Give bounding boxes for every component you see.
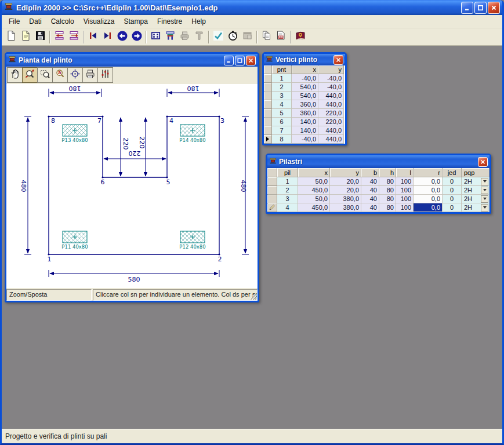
pqp-cell[interactable]: 2H: [462, 195, 490, 203]
display-options-button[interactable]: [97, 67, 113, 83]
table-row: 7140,0440,0: [264, 126, 345, 135]
last-record-icon: [102, 30, 113, 43]
table-row: 8-40,0440,0: [264, 135, 345, 144]
chevron-down-icon: [483, 189, 487, 191]
new-file-button[interactable]: [4, 30, 19, 44]
pqp-dropdown-button[interactable]: [481, 187, 488, 194]
plan-canvas[interactable]: 180 180 480 480 220 220 220 580 8 7 4: [6, 84, 258, 288]
pilastri-window-icon: [269, 156, 277, 167]
vertici-window-icon: [266, 54, 273, 65]
open-file-button[interactable]: [19, 30, 33, 44]
zoom-window-tool-button[interactable]: [37, 67, 53, 83]
selected-cell[interactable]: 0,0: [414, 203, 443, 212]
pianta-titlebar[interactable]: Pianta del plinto: [6, 54, 258, 67]
center-view-tool-button[interactable]: [67, 67, 83, 83]
table-row: 1-40,0-40,0: [264, 74, 345, 83]
menu-visualizza[interactable]: Visualizza: [79, 16, 119, 27]
table-view-2-button[interactable]: [67, 30, 81, 44]
print-button-disabled[interactable]: [177, 30, 192, 44]
pilastri-titlebar[interactable]: Pilastri: [267, 155, 490, 168]
report-button[interactable]: [274, 30, 288, 44]
table-row: 3540,0440,0: [264, 92, 345, 100]
pqp-cell[interactable]: 2H: [462, 186, 490, 195]
pqp-dropdown-button[interactable]: [481, 204, 488, 211]
chevron-down-icon: [483, 180, 487, 183]
help-button[interactable]: [293, 30, 307, 44]
svg-text:180: 180: [69, 85, 81, 92]
svg-text:P11 40x80: P11 40x80: [61, 244, 88, 250]
vertici-close-button[interactable]: [333, 55, 343, 65]
zoom-pan-tool-button[interactable]: [22, 67, 38, 83]
menu-help[interactable]: Help: [187, 16, 211, 27]
pianta-window: Pianta del plinto a: [5, 52, 259, 302]
zoom-all-tool-button[interactable]: a: [52, 67, 68, 83]
table-row: 3 50,0 380,0 40 80 100 0,0 0 2H: [267, 195, 490, 203]
table-view-1-button[interactable]: [52, 30, 67, 44]
svg-text:P13 40x80: P13 40x80: [61, 137, 88, 143]
next-view-button[interactable]: [129, 30, 144, 44]
pianta-maximize-button[interactable]: [235, 56, 245, 65]
pan-tool-button[interactable]: [7, 67, 23, 83]
svg-text:1: 1: [48, 256, 52, 263]
verify-button[interactable]: [211, 30, 226, 44]
stopwatch-icon: [227, 30, 238, 43]
first-record-button[interactable]: [86, 30, 100, 44]
svg-text:3: 3: [220, 117, 224, 125]
minimize-button[interactable]: [461, 2, 473, 14]
main-titlebar[interactable]: Ediplin 2000 >> C:\Src++\Ediplin 1.00\Da…: [2, 0, 502, 15]
menu-calcolo[interactable]: Calcolo: [46, 16, 79, 27]
resize-grip[interactable]: [250, 293, 256, 300]
window-layout-button-disabled[interactable]: [240, 30, 255, 44]
zoom-window-icon: [39, 68, 50, 82]
col-header-pqp: pqp: [462, 168, 490, 177]
save-button[interactable]: [33, 30, 48, 44]
menu-file[interactable]: File: [4, 16, 24, 27]
pillars: P13 40x80 P14 40x80 P11 40x80 P12 40x80: [61, 125, 205, 250]
save-icon: [35, 30, 46, 43]
col-header-y: y: [318, 65, 344, 74]
prev-view-button[interactable]: [115, 30, 129, 44]
menu-finestre[interactable]: Finestre: [153, 16, 187, 27]
report-page-icon: [275, 30, 287, 43]
pqp-dropdown-button[interactable]: [481, 195, 488, 203]
hint-status: Cliccare col sn per individuare un eleme…: [93, 289, 258, 301]
table-arrows-icon: [54, 30, 65, 43]
copy-pages-icon: [261, 30, 272, 43]
pilastri-window: Pilastri pil x y b h l r jed pqp: [266, 154, 491, 214]
pqp-cell[interactable]: 2H: [462, 203, 490, 212]
main-toolbar: [2, 28, 502, 46]
section-view-button[interactable]: [163, 30, 177, 44]
pqp-dropdown-button[interactable]: [481, 178, 488, 185]
section-view-icon: [165, 30, 176, 43]
col-header-pnt: pnt: [272, 65, 292, 74]
status-text: Progetto e verifica di plinti su pali: [5, 432, 107, 440]
menu-dati[interactable]: Dati: [24, 16, 46, 27]
pilastri-close-button[interactable]: [478, 157, 488, 167]
print-drawing-button[interactable]: [82, 67, 98, 83]
col-header-l: l: [396, 168, 414, 177]
col-header-x: x: [292, 65, 318, 74]
pqp-cell[interactable]: 2H: [462, 177, 490, 186]
maximize-button[interactable]: [474, 2, 487, 14]
plan-view-button[interactable]: [148, 30, 163, 44]
menubar: File Dati Calcolo Visualizza Stampa Fine…: [2, 15, 502, 28]
menu-stampa[interactable]: Stampa: [119, 16, 153, 27]
vertici-title: Vertici plinto: [275, 56, 332, 64]
rebar-view-button-disabled[interactable]: [192, 30, 206, 44]
table-row: 5360,0220,0: [264, 109, 345, 118]
window-title: Ediplin 2000 >> C:\Src++\Ediplin 1.00\Da…: [16, 3, 461, 12]
col-header-r: r: [414, 168, 443, 177]
pianta-minimize-button[interactable]: [224, 56, 234, 65]
svg-text:a: a: [58, 70, 61, 75]
close-button[interactable]: [488, 2, 500, 14]
svg-text:220: 220: [138, 137, 146, 149]
vertici-titlebar[interactable]: Vertici plinto: [264, 54, 345, 65]
svg-text:580: 580: [128, 276, 140, 283]
open-file-icon: [20, 30, 31, 43]
plinth-plan-drawing: 180 180 480 480 220 220 220 580 8 7 4: [6, 84, 258, 288]
pianta-close-button[interactable]: [246, 56, 256, 65]
svg-text:8: 8: [51, 117, 55, 125]
calculate-button[interactable]: [226, 30, 240, 44]
copy-pages-button[interactable]: [259, 30, 274, 44]
last-record-button[interactable]: [100, 30, 115, 44]
